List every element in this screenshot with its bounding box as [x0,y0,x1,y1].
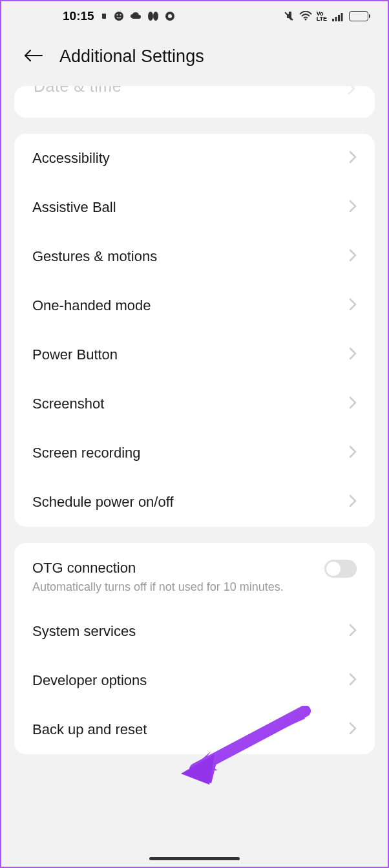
pills-icon [147,11,159,21]
list-item-label: OTG connection [32,560,324,577]
date-time-cutoff-label: Date & time [34,86,121,96]
status-time: 10:15 [63,9,94,23]
list-item-label: Power Button [32,346,118,363]
settings-group-datetime: Date & time [14,86,375,118]
list-item-label: Developer options [32,672,147,689]
chevron-right-icon [348,86,355,98]
header: Additional Settings [1,30,388,86]
battery-icon [349,11,368,21]
screenshot-item[interactable]: Screenshot [14,379,375,429]
svg-point-7 [168,14,172,18]
nav-handle[interactable] [149,857,240,860]
svg-point-2 [116,14,118,16]
page-title: Additional Settings [59,47,204,67]
cloud-icon [130,12,142,21]
chevron-right-icon [349,624,357,639]
svg-point-1 [114,12,123,21]
content-area: Date & time Accessibility Assistive Ball… [1,86,388,754]
chevron-right-icon [349,249,357,264]
chevron-right-icon [349,298,357,313]
accessibility-item[interactable]: Accessibility [14,134,375,183]
list-item-label: Schedule power on/off [32,494,174,511]
svg-point-4 [148,12,153,21]
status-right: VoLTE [283,10,368,22]
status-indicator-icon [100,12,108,20]
chevron-right-icon [349,445,357,461]
list-item-label: System services [32,623,136,640]
svg-point-3 [120,14,121,16]
otg-connection-item[interactable]: OTG connection Automatically turns off i… [14,543,375,607]
svg-point-5 [153,12,158,21]
volte-icon: VoLTE [317,11,327,21]
status-left: 10:15 [63,9,175,23]
chevron-right-icon [349,673,357,688]
chevron-right-icon [349,151,357,166]
back-icon[interactable] [24,46,43,67]
svg-rect-12 [338,15,340,21]
list-item-label: Back up and reset [32,721,147,738]
list-item-label: One-handed mode [32,297,151,314]
developer-options-item[interactable]: Developer options [14,656,375,705]
list-item-label: Accessibility [32,150,110,167]
svg-rect-11 [335,17,337,21]
gestures-motions-item[interactable]: Gestures & motions [14,232,375,281]
circle-icon [165,11,175,21]
svg-marker-15 [181,754,215,785]
chevron-right-icon [349,722,357,737]
chevron-right-icon [349,347,357,363]
list-item-label: Assistive Ball [32,199,116,216]
svg-point-9 [304,19,306,21]
system-services-item[interactable]: System services [14,607,375,656]
svg-marker-14 [185,757,218,783]
signal-icon [331,11,344,21]
list-item-subtitle: Automatically turns off if not used for … [32,579,304,595]
wifi-icon [299,11,312,21]
settings-group-system: OTG connection Automatically turns off i… [14,543,375,754]
one-handed-mode-item[interactable]: One-handed mode [14,281,375,330]
screen-recording-item[interactable]: Screen recording [14,429,375,478]
toggle-knob [326,562,341,576]
assistive-ball-item[interactable]: Assistive Ball [14,183,375,232]
chevron-right-icon [349,494,357,510]
status-bar: 10:15 VoLTE [1,1,388,30]
svg-rect-13 [341,13,343,21]
chevron-right-icon [349,200,357,215]
mute-icon [283,10,295,22]
settings-group-main: Accessibility Assistive Ball Gestures & … [14,134,375,527]
svg-rect-10 [332,19,334,21]
list-item-label: Gestures & motions [32,248,157,265]
face-icon [114,11,124,21]
list-item-label: Screen recording [32,445,141,461]
svg-rect-0 [102,14,106,19]
back-up-reset-item[interactable]: Back up and reset [14,705,375,754]
otg-toggle[interactable] [324,560,357,578]
schedule-power-item[interactable]: Schedule power on/off [14,478,375,527]
chevron-right-icon [349,396,357,412]
power-button-item[interactable]: Power Button [14,330,375,379]
list-item-label: Screenshot [32,396,104,412]
